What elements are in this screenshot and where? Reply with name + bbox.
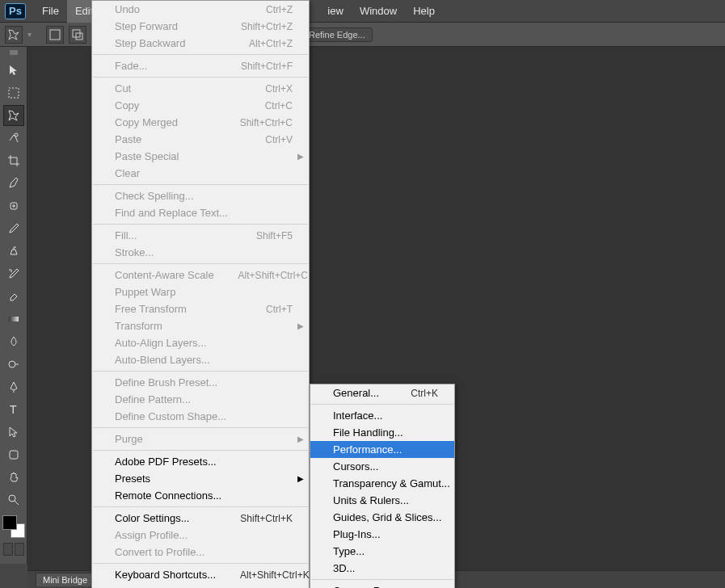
menuitem-auto-blend[interactable]: Auto-Blend Layers...: [92, 351, 309, 368]
edit-dropdown: UndoCtrl+Z Step ForwardShift+Ctrl+Z Step…: [91, 0, 310, 588]
zoom-tool[interactable]: [3, 489, 24, 510]
menuitem-assign-profile[interactable]: Assign Profile...: [92, 527, 309, 544]
crop-tool[interactable]: [3, 150, 24, 171]
prefs-file-handling[interactable]: File Handling...: [310, 424, 454, 441]
menuitem-menus[interactable]: Menus...Alt+Shift+Ctrl+M: [92, 583, 309, 588]
svg-rect-2: [76, 33, 82, 40]
menuitem-puppet-warp[interactable]: Puppet Warp: [92, 284, 309, 300]
color-swatches[interactable]: [2, 515, 25, 538]
foreground-color-swatch[interactable]: [2, 515, 17, 530]
type-tool[interactable]: T: [3, 399, 24, 420]
app-logo: Ps: [5, 3, 26, 19]
menuitem-remote-connections[interactable]: Remote Connections...: [92, 487, 309, 504]
prefs-type[interactable]: Type...: [310, 543, 454, 560]
prefs-camera-raw[interactable]: Camera Raw...: [310, 582, 454, 588]
svg-rect-0: [50, 30, 60, 40]
menuitem-pdf-presets[interactable]: Adobe PDF Presets...: [92, 453, 309, 470]
menuitem-check-spelling[interactable]: Check Spelling...: [92, 187, 309, 204]
mini-bridge-tab[interactable]: Mini Bridge: [36, 573, 95, 586]
prefs-guides-grid[interactable]: Guides, Grid & Slices...: [310, 509, 454, 526]
menu-window[interactable]: Window: [352, 0, 405, 23]
svg-rect-6: [9, 317, 19, 321]
menuitem-clear[interactable]: Clear: [92, 165, 309, 182]
menuitem-color-settings[interactable]: Color Settings...Shift+Ctrl+K: [92, 510, 309, 527]
brush-tool[interactable]: [3, 218, 24, 239]
menuitem-define-pattern[interactable]: Define Pattern...: [92, 391, 309, 408]
menuitem-step-backward[interactable]: Step BackwardAlt+Ctrl+Z: [92, 35, 309, 52]
blur-tool[interactable]: [3, 331, 24, 352]
quick-mask-standard[interactable]: [3, 543, 13, 556]
menuitem-content-aware[interactable]: Content-Aware ScaleAlt+Shift+Ctrl+C: [92, 267, 309, 284]
svg-rect-3: [9, 88, 19, 98]
selection-new-icon[interactable]: [46, 26, 64, 44]
menuitem-copy-merged[interactable]: Copy MergedShift+Ctrl+C: [92, 114, 309, 131]
eraser-tool[interactable]: [3, 286, 24, 307]
tools-panel: T: [0, 47, 27, 564]
eyedropper-tool[interactable]: [3, 173, 24, 194]
menuitem-stroke[interactable]: Stroke...: [92, 244, 309, 261]
svg-text:T: T: [10, 403, 17, 416]
history-brush-tool[interactable]: [3, 263, 24, 284]
move-tool[interactable]: [3, 60, 24, 81]
hand-tool[interactable]: [3, 467, 24, 488]
prefs-interface[interactable]: Interface...: [310, 407, 454, 424]
menuitem-define-shape[interactable]: Define Custom Shape...: [92, 408, 309, 425]
prefs-performance[interactable]: Performance...: [310, 441, 454, 458]
menuitem-find-replace[interactable]: Find and Replace Text...: [92, 204, 309, 221]
dodge-tool[interactable]: [3, 354, 24, 375]
menuitem-copy[interactable]: CopyCtrl+C: [92, 97, 309, 114]
quick-mask-mode[interactable]: [15, 543, 24, 556]
menuitem-presets[interactable]: Presets▶: [92, 470, 309, 487]
panel-grip-icon[interactable]: [10, 50, 18, 55]
menu-help[interactable]: Help: [405, 0, 443, 23]
gradient-tool[interactable]: [3, 309, 24, 330]
menuitem-fill[interactable]: Fill...Shift+F5: [92, 227, 309, 244]
menuitem-undo[interactable]: UndoCtrl+Z: [92, 1, 309, 18]
pen-tool[interactable]: [3, 376, 24, 397]
prefs-plugins[interactable]: Plug-Ins...: [310, 526, 454, 543]
menuitem-keyboard-shortcuts[interactable]: Keyboard Shortcuts...Alt+Shift+Ctrl+K: [92, 566, 309, 583]
menuitem-transform[interactable]: Transform▶: [92, 317, 309, 334]
refine-edge-button[interactable]: Refine Edge...: [301, 27, 373, 42]
menuitem-step-forward[interactable]: Step ForwardShift+Ctrl+Z: [92, 18, 309, 35]
menuitem-cut[interactable]: CutCtrl+X: [92, 80, 309, 97]
menuitem-fade[interactable]: Fade...Shift+Ctrl+F: [92, 57, 309, 74]
menuitem-purge[interactable]: Purge▶: [92, 430, 309, 447]
selection-add-icon[interactable]: [69, 26, 86, 44]
menuitem-define-brush[interactable]: Define Brush Preset...: [92, 374, 309, 391]
menuitem-convert-profile[interactable]: Convert to Profile...: [92, 544, 309, 561]
prefs-3d[interactable]: 3D...: [310, 560, 454, 577]
menuitem-free-transform[interactable]: Free TransformCtrl+T: [92, 300, 309, 317]
svg-point-7: [9, 361, 15, 368]
menuitem-paste-special[interactable]: Paste Special▶: [92, 148, 309, 165]
svg-rect-9: [10, 451, 18, 459]
shape-tool[interactable]: [3, 444, 24, 465]
prefs-transparency-gamut[interactable]: Transparency & Gamut...: [310, 475, 454, 492]
preferences-submenu: General...Ctrl+K Interface... File Handl…: [310, 384, 455, 588]
menuitem-paste[interactable]: PasteCtrl+V: [92, 131, 309, 148]
menu-file[interactable]: File: [34, 0, 67, 23]
lasso-tool[interactable]: [3, 105, 24, 126]
svg-point-4: [15, 133, 18, 136]
path-selection-tool[interactable]: [3, 422, 24, 443]
marquee-tool[interactable]: [3, 82, 24, 103]
healing-brush-tool[interactable]: [3, 195, 24, 216]
prefs-cursors[interactable]: Cursors...: [310, 458, 454, 475]
svg-point-10: [9, 495, 15, 502]
current-tool-icon[interactable]: [5, 26, 23, 44]
prefs-units-rulers[interactable]: Units & Rulers...: [310, 492, 454, 509]
menuitem-auto-align[interactable]: Auto-Align Layers...: [92, 334, 309, 351]
clone-stamp-tool[interactable]: [3, 241, 24, 262]
menu-view-partial[interactable]: iew: [319, 0, 352, 23]
prefs-general[interactable]: General...Ctrl+K: [310, 384, 454, 401]
quick-selection-tool[interactable]: [3, 128, 24, 149]
